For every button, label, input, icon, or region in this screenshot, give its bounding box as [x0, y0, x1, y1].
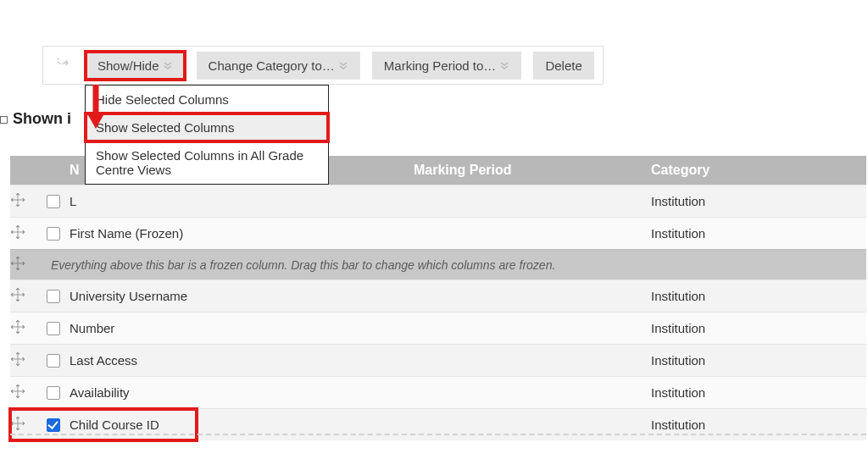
- change-category-label: Change Category to…: [209, 58, 335, 73]
- row-checkbox[interactable]: [47, 322, 60, 335]
- row-checkbox[interactable]: [47, 290, 60, 303]
- row-category: Institution: [651, 418, 866, 432]
- row-category: Institution: [651, 289, 866, 303]
- row-category: Institution: [651, 194, 866, 208]
- marking-period-button[interactable]: Marking Period to…: [372, 52, 522, 80]
- delete-button[interactable]: Delete: [533, 52, 593, 80]
- drag-handle-icon[interactable]: [10, 419, 25, 434]
- section-title: Shown i: [0, 110, 71, 128]
- table-row: University UsernameInstitution: [10, 279, 866, 312]
- drag-handle-icon[interactable]: [10, 323, 25, 337]
- table-row: AvailabilityInstitution: [10, 376, 866, 408]
- drag-handle-icon[interactable]: [10, 260, 25, 274]
- header-marking-period[interactable]: Marking Period: [414, 163, 651, 178]
- delete-label: Delete: [545, 58, 581, 73]
- collapse-icon[interactable]: [0, 116, 8, 124]
- bulk-select-icon: [55, 56, 74, 75]
- row-checkbox[interactable]: [47, 386, 60, 400]
- drag-handle-icon[interactable]: [10, 196, 25, 210]
- table-row: Last AccessInstitution: [10, 344, 866, 376]
- svg-marker-1: [88, 115, 103, 129]
- chevron-down-icon: [499, 58, 509, 73]
- column-table: N Marking Period Category LInstitutionFi…: [10, 156, 866, 440]
- row-name: Availability: [66, 385, 414, 400]
- show-hide-label: Show/Hide: [97, 58, 159, 73]
- dropdown-show-selected[interactable]: Show Selected Columns: [86, 113, 328, 141]
- drag-handle-icon[interactable]: [10, 355, 25, 369]
- drag-handle-icon[interactable]: [10, 387, 25, 401]
- header-category[interactable]: Category: [651, 163, 866, 178]
- drag-handle-icon[interactable]: [10, 228, 25, 242]
- row-category: Institution: [651, 226, 866, 241]
- show-hide-button[interactable]: Show/Hide: [86, 52, 185, 80]
- chevron-down-icon: [338, 58, 348, 73]
- dropdown-hide-selected[interactable]: Hide Selected Columns: [86, 86, 328, 113]
- row-name: L: [66, 194, 414, 208]
- toolbar: Show/Hide Change Category to… Marking Pe…: [42, 46, 604, 85]
- frozen-divider[interactable]: Everything above this bar is a frozen co…: [10, 249, 866, 279]
- row-checkbox[interactable]: [47, 227, 60, 241]
- frozen-message: Everything above this bar is a frozen co…: [41, 258, 555, 272]
- row-category: Institution: [651, 321, 866, 335]
- row-name: Number: [66, 321, 414, 335]
- section-title-text: Shown i: [13, 110, 71, 127]
- row-name: University Username: [66, 289, 414, 303]
- row-checkbox[interactable]: [47, 195, 60, 208]
- row-category: Institution: [651, 353, 866, 368]
- chevron-down-icon: [163, 58, 173, 73]
- table-row: NumberInstitution: [10, 312, 866, 344]
- row-name: Last Access: [66, 353, 414, 368]
- dropdown-show-all-views[interactable]: Show Selected Columns in All Grade Centr…: [86, 141, 328, 184]
- row-name: First Name (Frozen): [66, 226, 414, 241]
- row-checkbox[interactable]: [47, 354, 60, 368]
- table-bottom-border: [10, 434, 866, 435]
- change-category-button[interactable]: Change Category to…: [197, 52, 360, 80]
- row-checkbox[interactable]: [47, 418, 60, 432]
- table-row: LInstitution: [10, 185, 866, 217]
- table-row: Child Course IDInstitution: [10, 408, 866, 440]
- row-name: Child Course ID: [66, 418, 358, 432]
- annotation-arrow: [88, 85, 105, 131]
- marking-period-label: Marking Period to…: [384, 58, 497, 73]
- row-category: Institution: [651, 385, 866, 400]
- drag-handle-icon[interactable]: [10, 290, 25, 305]
- show-hide-dropdown: Hide Selected Columns Show Selected Colu…: [85, 85, 329, 185]
- table-row: First Name (Frozen)Institution: [10, 217, 866, 249]
